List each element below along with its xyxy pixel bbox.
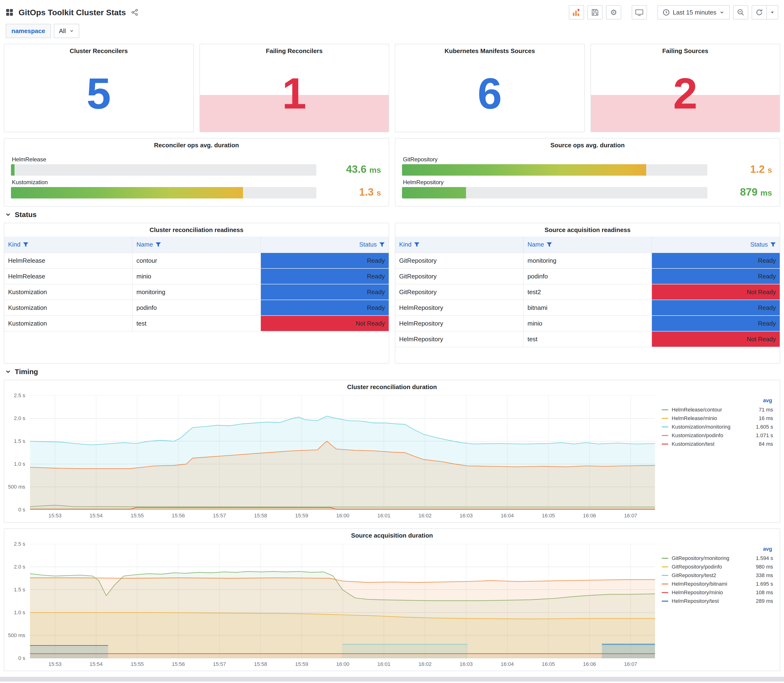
panel-title[interactable]: Failing Sources [591, 44, 780, 58]
bar-gauge: HelmRelease43.6 ms [11, 156, 381, 176]
filter-icon[interactable] [547, 242, 552, 247]
cell-name: test2 [523, 284, 651, 300]
x-tick-label: 16:05 [542, 661, 555, 667]
cell-status: Ready [261, 268, 389, 284]
panel-title[interactable]: Source acquisition duration [4, 529, 780, 542]
section-header-timing[interactable]: Timing [4, 364, 780, 380]
section-header-status[interactable]: Status [4, 207, 780, 223]
y-tick-label: 0 s [18, 655, 25, 661]
x-tick-label: 15:54 [90, 661, 103, 667]
column-header-name[interactable]: Name [132, 237, 260, 253]
y-tick-label: 500 ms [8, 484, 25, 490]
panel-title[interactable]: Failing Reconcilers [200, 44, 389, 58]
legend-item[interactable]: GitRepository/monitoring1.594 s [662, 554, 773, 563]
variables-row: namespace All [4, 24, 780, 38]
legend-series-swatch [662, 592, 669, 593]
add-panel-button[interactable] [569, 5, 584, 19]
cell-name: minio [523, 316, 651, 331]
gauge-label: Kustomization [12, 179, 316, 186]
table-row: HelmRepositorybitnamiReady [395, 300, 780, 316]
legend-item[interactable]: HelmRelease/minio16 ms [662, 414, 773, 423]
column-header-status[interactable]: Status [261, 237, 389, 253]
cell-status: Ready [652, 253, 780, 268]
panel-source-ops-avg-duration: Source ops avg. duration GitRepository1.… [395, 138, 780, 207]
cell-kind: Kustomization [4, 300, 132, 316]
legend-item[interactable]: HelmRepository/bitnami1.695 s [662, 580, 773, 588]
refresh-button[interactable] [752, 5, 767, 19]
legend-item[interactable]: Kustomization/test84 ms [662, 440, 773, 448]
save-dashboard-button[interactable] [587, 5, 603, 19]
column-header-kind[interactable]: Kind [4, 237, 132, 253]
cell-status: Ready [652, 300, 780, 316]
legend-item[interactable]: HelmRepository/test289 ms [662, 597, 773, 605]
plot-area[interactable] [30, 544, 655, 658]
gauge-fill [402, 187, 466, 199]
filter-icon[interactable] [23, 242, 29, 247]
y-tick-label: 1.0 s [14, 609, 25, 616]
panel-title[interactable]: Cluster Reconcilers [4, 44, 193, 58]
panel-title[interactable]: Reconciler ops avg. duration [4, 138, 389, 152]
filter-icon[interactable] [379, 242, 385, 247]
legend-item[interactable]: Kustomization/podinfo1.071 s [662, 431, 773, 440]
x-axis: 15:5315:5415:5515:5615:5715:5815:5916:00… [30, 658, 655, 669]
column-header-kind[interactable]: Kind [395, 237, 523, 253]
legend-series-name: HelmRepository/bitnami [672, 581, 747, 587]
legend-item[interactable]: HelmRepository/minio108 ms [662, 588, 773, 597]
x-tick-label: 15:59 [295, 513, 308, 519]
share-icon[interactable] [131, 9, 138, 16]
plot-area[interactable] [30, 396, 655, 510]
column-header-status[interactable]: Status [652, 237, 780, 253]
legend-series-name: HelmRepository/test [672, 598, 747, 604]
legend-series-avg: 71 ms [747, 407, 773, 413]
legend-avg-header[interactable]: avg [662, 396, 773, 406]
x-tick-label: 16:06 [583, 661, 596, 667]
legend-item[interactable]: GitRepository/podinfo980 ms [662, 563, 773, 571]
tv-kiosk-button[interactable] [632, 5, 647, 19]
cell-name: podinfo [132, 300, 260, 316]
clock-icon [663, 9, 670, 16]
x-tick-label: 16:05 [542, 513, 555, 519]
legend-item[interactable]: Kustomization/monitoring1.605 s [662, 423, 773, 431]
refresh-interval-dropdown[interactable] [767, 5, 778, 19]
cell-kind: HelmRepository [395, 316, 523, 331]
section-label: Timing [15, 368, 38, 376]
apps-grid-icon[interactable] [6, 8, 13, 16]
panel-cluster-reconciliation-readiness: Cluster reconciliation readiness KindNam… [4, 223, 389, 364]
table-row: KustomizationmonitoringReady [4, 284, 389, 300]
x-tick-label: 16:07 [624, 513, 637, 519]
filter-icon[interactable] [156, 242, 161, 247]
readiness-table: KindNameStatusHelmReleasecontourReadyHel… [4, 237, 389, 332]
table-row: HelmRepositoryminioReady [395, 316, 780, 331]
x-tick-label: 16:04 [501, 661, 514, 667]
variable-selected-value: All [59, 27, 66, 35]
legend-series-avg: 108 ms [747, 590, 773, 596]
time-range-picker[interactable]: Last 15 minutes [657, 5, 730, 19]
legend-avg-header[interactable]: avg [662, 545, 773, 554]
panel-title[interactable]: Cluster reconciliation duration [4, 380, 780, 394]
x-tick-label: 16:00 [336, 513, 350, 519]
x-tick-label: 15:57 [213, 661, 226, 667]
x-tick-label: 16:04 [501, 513, 514, 519]
filter-icon[interactable] [414, 242, 420, 247]
time-range-label: Last 15 minutes [673, 9, 717, 16]
cell-status: Ready [261, 284, 389, 300]
cell-status: Not Ready [652, 331, 780, 347]
dashboard-settings-button[interactable]: ⚙ [606, 5, 621, 19]
refresh-icon [755, 8, 763, 16]
legend: avgHelmRelease/contour71 msHelmRelease/m… [655, 396, 775, 520]
filter-icon[interactable] [770, 242, 776, 247]
legend-series-swatch [662, 575, 669, 576]
variable-value-dropdown[interactable]: All [54, 24, 79, 38]
zoom-out-time-button[interactable] [733, 5, 748, 19]
panel-title[interactable]: Source acquisition readiness [395, 223, 780, 237]
cell-status: Not Ready [652, 284, 780, 300]
chevron-down-icon [719, 10, 725, 15]
panel-title[interactable]: Source ops avg. duration [395, 138, 780, 152]
panel-title[interactable]: Kubernetes Manifests Sources [395, 44, 584, 58]
gauge-track [402, 164, 707, 176]
panel-title[interactable]: Cluster reconciliation readiness [4, 223, 389, 237]
legend-item[interactable]: GitRepository/test2338 ms [662, 571, 773, 580]
legend-series-avg: 84 ms [747, 441, 773, 447]
legend-item[interactable]: HelmRelease/contour71 ms [662, 406, 773, 414]
column-header-name[interactable]: Name [523, 237, 651, 253]
